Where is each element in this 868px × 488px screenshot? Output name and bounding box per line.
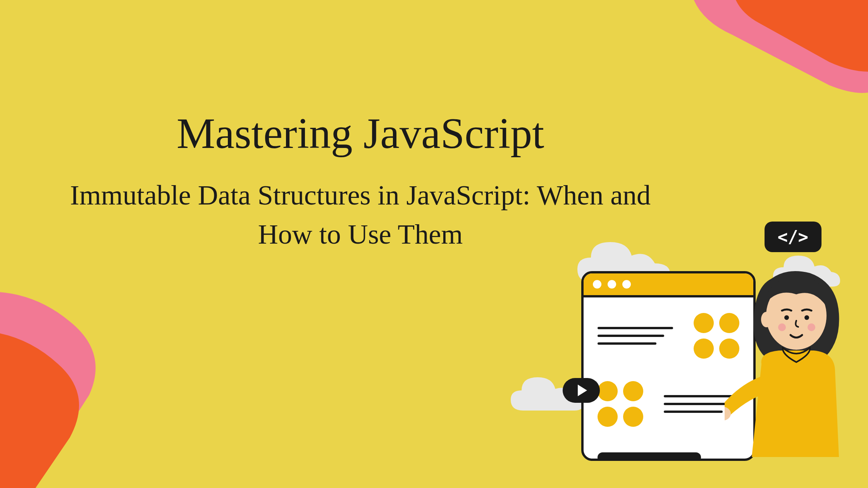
svg-point-5 (808, 323, 815, 331)
window-dot (608, 280, 616, 289)
window-dot (593, 280, 601, 289)
person-illustration (725, 256, 856, 465)
main-title: Mastering JavaScript (54, 108, 666, 158)
window-dot (622, 280, 631, 289)
corner-top-right-shape (643, 0, 868, 139)
svg-point-2 (784, 315, 789, 320)
text-lines-placeholder (598, 327, 673, 345)
code-badge: </> (765, 222, 822, 252)
play-button-icon (563, 378, 600, 403)
dot-grid-placeholder (598, 381, 643, 427)
illustration-group: </> (558, 217, 852, 480)
bottom-bar-placeholder (598, 452, 701, 461)
corner-bottom-left-shape (0, 232, 170, 488)
svg-point-1 (761, 312, 772, 327)
svg-point-4 (778, 323, 786, 331)
svg-point-3 (804, 315, 809, 320)
